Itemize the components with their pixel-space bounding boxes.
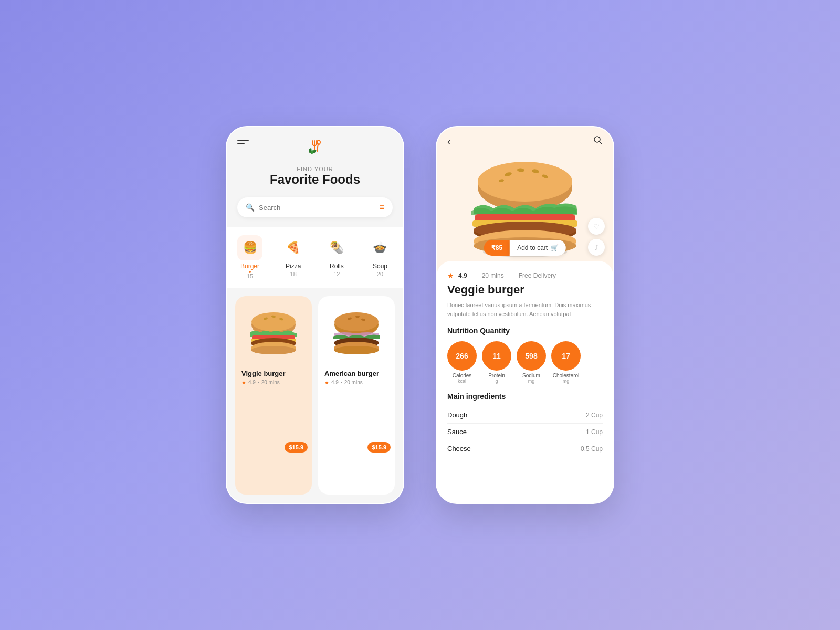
viggie-price-badge: $15.9 [285,442,308,453]
product-star-icon: ★ [447,271,454,280]
viggie-burger-svg [245,310,302,358]
protein-value: 11 [492,352,501,360]
add-to-cart-bar: ₹85 Add to cart 🛒 [484,240,566,256]
calories-value: 266 [456,352,468,360]
pizza-label: Pizza [286,262,301,270]
app-logo-icon [302,138,328,164]
detail-content: ★ 4.9 — 20 mins — Free Delivery Veggie b… [437,261,613,503]
product-description: Donec laoreet varius ipsum a fermentum. … [447,301,603,318]
svg-point-14 [251,346,296,354]
cart-icon: 🛒 [551,244,559,251]
nutrition-row: 266 Calories kcal 11 Protein g [447,341,603,384]
pizza-icon: 🍕 [286,241,300,255]
product-meta: ★ 4.9 — 20 mins — Free Delivery [447,271,603,280]
product-title: Veggie burger [447,283,603,297]
meta-dot-1: — [471,272,478,279]
nutrition-sodium: 598 Sodium mg [517,341,546,384]
action-buttons: ♡ ⤴ [588,218,605,256]
ingredient-dough: Dough 2 Cup [447,407,603,424]
menu-button[interactable] [237,140,249,144]
screen2-content: ‹ [437,127,613,503]
viggie-rating: 4.9 [248,380,256,385]
american-rating: 4.9 [331,380,339,385]
protein-label: Protein [488,373,505,379]
add-to-cart-button[interactable]: Add to cart 🛒 [510,240,566,256]
protein-unit: g [495,379,498,384]
american-burger-svg [328,310,385,358]
search-bar[interactable]: 🔍 ≡ [237,197,393,217]
svg-point-18 [355,316,360,318]
cheese-name: Cheese [447,445,471,453]
category-burger[interactable]: 🍔 Burger 15 [237,235,262,279]
sodium-circle: 598 [517,341,546,371]
ingredients-section-title: Main ingredients [447,392,603,401]
cholesterol-label: Cholesterol [553,373,580,379]
rolls-label: Rolls [330,262,344,270]
categories-section: 🍔 Burger 15 🍕 Pizza 18 [227,227,403,288]
category-soup[interactable]: 🍲 Soup 20 [368,235,393,279]
product-time: 20 mins [482,272,504,279]
dough-name: Dough [447,411,467,419]
american-star-icon: ★ [324,380,329,385]
screen1-content: FIND YOUR Favorite Foods 🔍 ≡ 🍔 Bur [227,127,403,503]
screen1-frame: FIND YOUR Favorite Foods 🔍 ≡ 🍔 Bur [226,126,404,504]
sodium-label: Sodium [522,373,540,379]
protein-circle: 11 [482,341,511,371]
product-rating: 4.9 [458,272,467,279]
sodium-value: 598 [525,352,537,360]
pizza-count: 18 [290,271,297,277]
search-icon [593,135,603,145]
sauce-name: Sauce [447,428,467,436]
american-time: 20 mins [344,380,363,385]
share-button[interactable]: ⤴ [588,239,605,256]
screens-container: FIND YOUR Favorite Foods 🔍 ≡ 🍔 Bur [226,126,614,504]
nutrition-protein: 11 Protein g [482,341,511,384]
soup-icon: 🍲 [373,241,387,255]
calories-label: Calories [453,373,472,379]
nutrition-section-title: Nutrition Quantity [447,327,603,335]
detail-header: ‹ [437,127,613,156]
add-to-cart-label: Add to cart [517,244,548,251]
food-card-american[interactable]: $15.9 American burger ★ 4.9 · 20 mins [318,296,395,495]
burger-count: 15 [247,273,253,279]
favorite-button[interactable]: ♡ [588,218,605,235]
american-price-badge: $15.9 [368,442,391,453]
viggie-burger-image [242,302,306,365]
screen2-frame: ‹ [436,126,614,504]
burger-hero-area: ♡ ⤴ ₹85 Add to cart 🛒 [437,156,613,261]
product-delivery: Free Delivery [519,272,556,279]
main-title: Favorite Foods [270,172,360,187]
category-rolls[interactable]: 🌯 Rolls 12 [324,235,349,279]
svg-point-22 [334,346,379,354]
svg-line-3 [317,144,318,151]
calories-circle: 266 [447,341,477,371]
share-icon: ⤴ [595,244,598,251]
heart-icon: ♡ [593,223,600,230]
ingredient-cheese: Cheese 0.5 Cup [447,440,603,457]
category-pizza[interactable]: 🍕 Pizza 18 [281,235,306,279]
cheese-amount: 0.5 Cup [581,445,603,453]
back-button[interactable]: ‹ [447,135,451,148]
search-input[interactable] [259,204,380,212]
svg-point-4 [317,140,320,144]
food-card-viggie[interactable]: $15.9 Viggie burger ★ 4.9 · 20 mins [235,296,312,495]
detail-search-button[interactable] [593,135,603,148]
cholesterol-circle: 17 [551,341,581,371]
soup-count: 20 [377,271,383,277]
american-burger-meta: ★ 4.9 · 20 mins [324,380,388,385]
header-area: FIND YOUR Favorite Foods 🔍 ≡ [227,127,403,223]
find-your-label: FIND YOUR [297,166,333,172]
calories-unit: kcal [458,379,466,384]
categories-grid: 🍔 Burger 15 🍕 Pizza 18 [237,235,393,279]
food-cards-section: $15.9 Viggie burger ★ 4.9 · 20 mins [227,288,403,503]
nutrition-calories: 266 Calories kcal [447,341,477,384]
svg-point-16 [334,312,379,331]
nutrition-cholesterol: 17 Cholesterol mg [551,341,581,384]
viggie-time: 20 mins [261,380,280,385]
filter-icon[interactable]: ≡ [380,203,384,212]
product-price[interactable]: ₹85 [484,240,510,256]
soup-icon-circle: 🍲 [368,235,393,260]
soup-label: Soup [373,262,387,270]
ingredients-section: Main ingredients Dough 2 Cup Sauce 1 Cup… [447,392,603,457]
sodium-unit: mg [528,379,535,384]
